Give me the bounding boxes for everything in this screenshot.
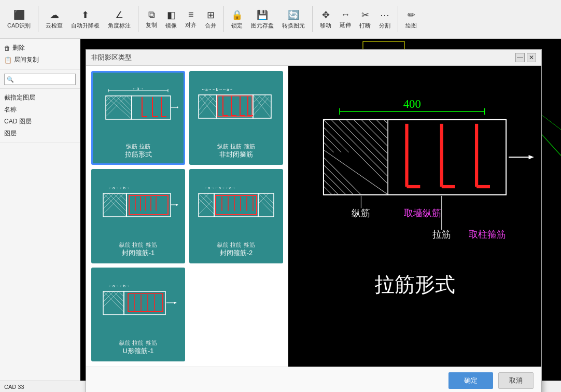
angle-icon: ∠: [115, 9, 123, 21]
svg-line-12: [127, 96, 132, 101]
split-icon: ⋯: [380, 9, 389, 21]
card-sublabel-fengbi-shugou-sub: 纵筋 拉筋 箍筋: [217, 143, 255, 150]
card-label-fengbi-shugou: 非封闭箍筋: [219, 150, 253, 159]
toolbar-sep-5: [398, 6, 398, 32]
svg-text:拉筋形式: 拉筋形式: [374, 273, 455, 296]
sidebar-intercept-layer: 截指定图层: [4, 92, 76, 104]
card-sublabel-lajin-sub: 纵筋 拉筋: [126, 143, 150, 150]
type-card-lajin[interactable]: ←a→: [91, 71, 185, 165]
svg-text:取墙纵筋: 取墙纵筋: [404, 208, 441, 218]
card-label-closed2: 封闭箍筋-2: [220, 249, 253, 258]
type-card-closed-1[interactable]: ←a→←b→: [91, 169, 185, 263]
cancel-button[interactable]: 取消: [498, 372, 534, 389]
closed2-diagram: ←a→←b→←a→: [196, 185, 276, 229]
dialog-minimize-button[interactable]: —: [515, 53, 525, 62]
sidebar-layer-copy[interactable]: 📋 层间复制: [4, 54, 76, 66]
toolbar-mirror[interactable]: ◧ 镜像: [162, 8, 180, 31]
toolbar-break[interactable]: ✂ 打断: [356, 8, 374, 31]
svg-line-9: [111, 96, 132, 115]
toolbar-copy[interactable]: ⧉ 复制: [143, 8, 160, 30]
card-label-u-shape: U形箍筋-1: [123, 347, 154, 356]
dialog-titlebar[interactable]: 非阴影区类型 — ✕: [86, 50, 541, 66]
toolbar-save-element[interactable]: 💾 图元存盘: [248, 8, 277, 31]
toolbar: ⬛ CAD识别 ☁ 云检查 ⬆ 自动升降板 ∠ 角度标注 ⧉ 复制 ◧ 镜像 ≡…: [0, 0, 561, 39]
card-sublabel-closed2-sub: 纵筋 拉筋 箍筋: [217, 241, 255, 249]
layer-label: 图层: [4, 129, 17, 138]
svg-text:←a→←b→: ←a→←b→: [108, 284, 130, 288]
draw-icon: ✏: [408, 9, 415, 21]
card-label-lajin: 拉筋形式: [125, 150, 152, 159]
search-input[interactable]: [4, 74, 76, 85]
toolbar-extend-label: 延伸: [340, 21, 351, 29]
closed1-diagram: ←a→←b→: [98, 185, 178, 229]
toolbar-break-label: 打断: [359, 22, 371, 30]
card-diagram-closed-1: ←a→←b→: [97, 175, 179, 239]
toolbar-draw-label: 绘图: [405, 22, 417, 30]
card-diagram-u-shape: ←a→←b→: [97, 273, 179, 337]
toolbar-split[interactable]: ⋯ 分割: [376, 8, 394, 31]
preview-panel: 400: [288, 66, 541, 367]
sidebar-delete[interactable]: 🗑 删除: [4, 42, 76, 54]
cad-layer-label: CAD 图层: [4, 117, 32, 126]
svg-text:←a→←b→←a→: ←a→←b→←a→: [204, 186, 235, 190]
toolbar-convert[interactable]: 🔄 转换图元: [279, 8, 308, 31]
type-panel: ←a→: [86, 66, 288, 367]
save-element-icon: 💾: [257, 9, 268, 21]
svg-rect-79: [258, 193, 274, 217]
type-card-fengbi-shugou[interactable]: ←a→←b→←a→: [189, 71, 283, 165]
toolbar-move[interactable]: ✥ 移动: [317, 8, 334, 31]
name-label: 名称: [4, 105, 17, 114]
svg-rect-104: [128, 293, 163, 312]
convert-icon: 🔄: [288, 9, 299, 21]
card-diagram-fengbi-shugou: ←a→←b→←a→: [195, 77, 277, 141]
type-card-u-shape[interactable]: ←a→←b→: [91, 268, 185, 361]
svg-rect-78: [214, 193, 258, 217]
toolbar-merge[interactable]: ⊞ 合并: [202, 8, 219, 31]
cloud-icon: ☁: [50, 9, 59, 21]
toolbar-extend[interactable]: ↔ 延伸: [336, 8, 354, 30]
dialog-content: ←a→: [86, 66, 541, 367]
dialog-close-button[interactable]: ✕: [527, 53, 536, 62]
toolbar-auto-lift[interactable]: ⬆ 自动升降板: [68, 8, 103, 31]
type-card-closed-2[interactable]: ←a→←b→←a→: [189, 169, 283, 263]
toolbar-draw[interactable]: ✏ 绘图: [402, 8, 420, 31]
svg-text:←a→: ←a→: [132, 87, 144, 91]
svg-text:←a→←b→←a→: ←a→←b→←a→: [201, 87, 233, 92]
intercept-layer-label: 截指定图层: [4, 93, 35, 102]
lock-icon: 🔒: [231, 9, 243, 21]
ok-button[interactable]: 确定: [448, 372, 493, 389]
left-sidebar: 🗑 删除 📋 层间复制 截指定图层 名称 CAD 图层 图层: [0, 39, 80, 392]
dialog-non-shadow-type: 非阴影区类型 — ✕ ←a→: [86, 49, 542, 392]
svg-text:拉筋: 拉筋: [432, 229, 451, 240]
toolbar-cloud-check[interactable]: ☁ 云检查: [43, 8, 66, 31]
svg-line-83: [263, 193, 274, 204]
toolbar-cad-label: CAD识别: [7, 22, 31, 30]
svg-line-55: [114, 193, 127, 206]
toolbar-cad-identify[interactable]: ⬛ CAD识别: [4, 8, 34, 31]
status-text: CAD 33: [4, 384, 24, 390]
toolbar-convert-label: 转换图元: [282, 22, 305, 30]
dialog-title: 非阴影区类型: [91, 53, 132, 62]
toolbar-sep-2: [138, 6, 138, 32]
svg-rect-62: [127, 193, 171, 217]
sidebar-actions: 🗑 删除 📋 层间复制: [0, 39, 80, 69]
toolbar-mirror-label: 镜像: [165, 22, 177, 30]
svg-text:400: 400: [403, 97, 421, 110]
sidebar-delete-label: 删除: [12, 44, 25, 52]
svg-line-77: [204, 193, 214, 204]
card-sublabel-closed1-sub: 纵筋 拉筋 箍筋: [119, 241, 157, 249]
dialog-overlay: 非阴影区类型 — ✕ ←a→: [80, 39, 561, 381]
card-diagram-lajin: ←a→: [97, 77, 179, 141]
svg-line-16: [106, 96, 127, 117]
toolbar-sep-1: [38, 6, 38, 32]
toolbar-angle-mark[interactable]: ∠ 角度标注: [105, 8, 134, 31]
toolbar-lock[interactable]: 🔒 锁定: [228, 8, 246, 31]
svg-text:取柱箍筋: 取柱箍筋: [469, 229, 506, 240]
card-diagram-closed-2: ←a→←b→←a→: [195, 175, 277, 239]
break-icon: ✂: [361, 9, 369, 21]
svg-rect-17: [132, 96, 171, 119]
dialog-footer: 确定 取消: [86, 367, 541, 392]
dialog-controls: — ✕: [515, 53, 536, 62]
toolbar-align[interactable]: ≡ 对齐: [182, 8, 200, 30]
toolbar-sep-3: [223, 6, 224, 32]
